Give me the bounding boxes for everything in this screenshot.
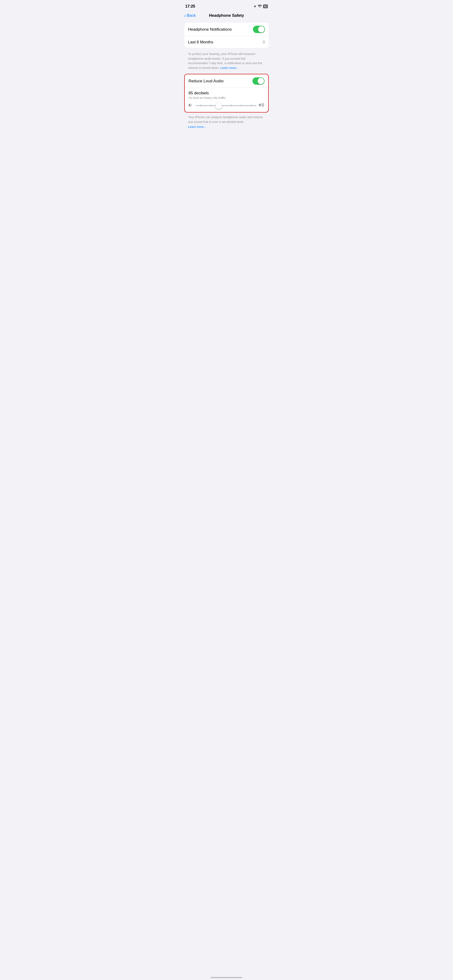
volume-slider-row (188, 103, 265, 108)
headphone-notifications-label: Headphone Notifications (188, 27, 232, 32)
bottom-info-text: Your iPhone can analyze headphone audio … (188, 115, 263, 124)
volume-low-icon (188, 103, 193, 108)
content-area: Headphone Notifications Last 6 Months 0 … (180, 21, 273, 131)
wifi-icon (258, 5, 262, 8)
status-time: 17:25 (185, 4, 195, 9)
status-bar: 17:25 ✈ 62 (180, 0, 273, 11)
reduce-loud-audio-row: Reduce Loud Audio (185, 74, 268, 88)
last-6-months-row: Last 6 Months 0 (184, 36, 269, 48)
headphone-notifications-row: Headphone Notifications (184, 23, 269, 36)
airplane-icon: ✈ (254, 5, 257, 8)
back-button[interactable]: ‹ Back (184, 13, 196, 18)
back-chevron-icon: ‹ (184, 13, 186, 18)
reduce-loud-audio-label: Reduce Loud Audio (188, 79, 223, 83)
toggle-thumb (258, 26, 265, 33)
reduce-toggle-thumb (258, 78, 264, 84)
nav-bar: ‹ Back Headphone Safety (180, 11, 273, 21)
reduce-loud-audio-toggle[interactable] (252, 77, 265, 85)
decibel-description: As loud as heavy city traffic (188, 96, 265, 100)
reduce-loud-audio-info: Your iPhone can analyze headphone audio … (184, 113, 269, 129)
battery-level: 62 (264, 5, 267, 8)
decibel-section: 85 decibels As loud as heavy city traffi… (185, 88, 268, 112)
back-label: Back (187, 13, 196, 18)
headphone-learn-more-link[interactable]: Learn more... (220, 66, 239, 70)
battery-icon: 62 (263, 5, 268, 8)
page-title: Headphone Safety (209, 13, 244, 18)
headphone-notifications-card: Headphone Notifications Last 6 Months 0 (184, 23, 269, 48)
status-icons: ✈ 62 (254, 5, 268, 8)
last-6-months-label: Last 6 Months (188, 40, 213, 45)
slider-thumb[interactable] (215, 102, 222, 109)
headphone-notifications-info: To protect your hearing, your iPhone wil… (184, 50, 269, 74)
volume-slider-track[interactable] (196, 105, 257, 106)
decibel-level: 85 decibels (188, 91, 265, 95)
reduce-loud-audio-card: Reduce Loud Audio 85 decibels As loud as… (184, 74, 269, 113)
headphone-notifications-toggle[interactable] (253, 26, 265, 33)
last-6-months-value: 0 (263, 40, 265, 45)
reduce-learn-more-link[interactable]: Learn more... (188, 124, 265, 129)
slider-track-bg (196, 105, 257, 106)
volume-high-icon (259, 103, 265, 108)
